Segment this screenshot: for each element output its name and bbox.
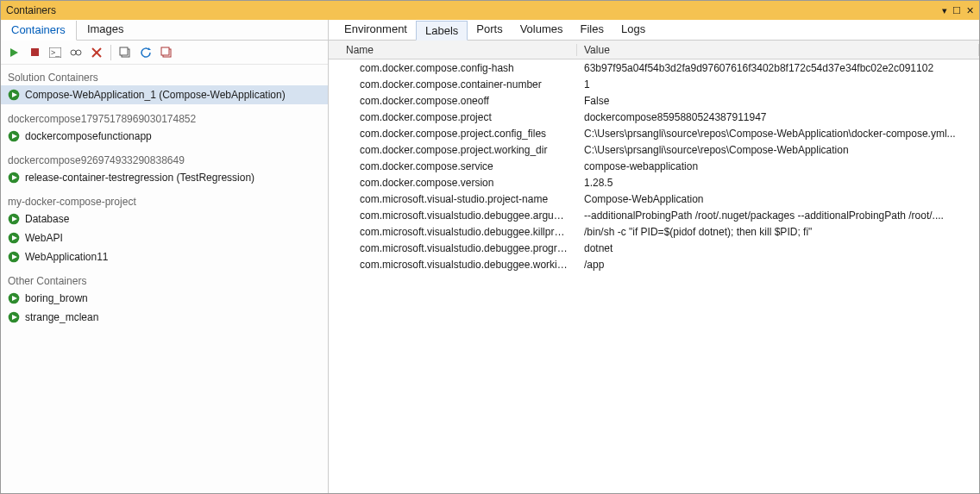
tab-ports[interactable]: Ports [468,20,511,40]
left-toolbar: >_ [1,41,328,65]
column-value[interactable]: Value [577,44,979,56]
container-label: WebAPI [25,232,63,244]
play-icon [8,311,20,323]
label-name: com.microsoft.visualstudio.debuggee.work… [329,259,577,271]
label-value: /app [577,259,979,271]
label-row[interactable]: com.docker.compose.oneoffFalse [329,92,979,109]
label-row[interactable]: com.microsoft.visualstudio.debuggee.work… [329,256,979,272]
svg-marker-10 [148,47,151,50]
label-row[interactable]: com.docker.compose.config-hash63b97f95a0… [329,59,979,76]
svg-rect-1 [31,48,39,56]
label-value: C:\Users\prsangli\source\repos\Compose-W… [577,144,979,156]
container-label: boring_brown [25,292,88,304]
label-name: com.docker.compose.oneoff [329,95,577,107]
tab-images[interactable]: Images [77,20,135,40]
container-label: strange_mclean [25,311,98,323]
container-label: release-container-testregression (TestRe… [25,172,254,184]
label-row[interactable]: com.docker.compose.projectdockercompose8… [329,109,979,125]
tab-files[interactable]: Files [572,20,612,40]
label-row[interactable]: com.docker.compose.container-number1 [329,76,979,92]
container-label: Database [25,213,69,225]
compose-button[interactable] [116,43,135,62]
label-value: Compose-WebApplication [577,193,979,205]
container-label: dockercomposefunctionapp [25,130,152,142]
group-header: dockercompose926974933290838649 [1,151,328,168]
maximize-icon[interactable]: ☐ [952,5,961,16]
label-value: C:\Users\prsangli\source\repos\Compose-W… [577,128,979,140]
tab-environment[interactable]: Environment [336,20,416,40]
right-panel: Environment Labels Ports Volumes Files L… [329,20,979,493]
label-row[interactable]: com.docker.compose.project.config_filesC… [329,125,979,141]
label-name: com.microsoft.visual-studio.project-name [329,193,577,205]
label-value: 63b97f95a04f54b3d2fa9d97607616f3402b8f17… [577,62,979,74]
play-icon [8,292,20,304]
svg-marker-0 [10,48,18,57]
container-item[interactable]: release-container-testregression (TestRe… [1,168,328,187]
container-label: Compose-WebApplication_1 (Compose-WebApp… [25,89,286,101]
label-value: False [577,95,979,107]
container-item[interactable]: dockercomposefunctionapp [1,127,328,146]
container-item[interactable]: WebAPI [1,228,328,247]
svg-point-5 [76,50,81,55]
svg-text:>_: >_ [51,48,60,57]
refresh-button[interactable] [136,43,155,62]
container-item[interactable]: strange_mclean [1,308,328,327]
container-tree[interactable]: Solution ContainersCompose-WebApplicatio… [1,65,328,493]
close-icon[interactable]: ✕ [966,5,974,16]
play-icon [8,130,20,142]
label-name: com.docker.compose.container-number [329,78,577,91]
container-item[interactable]: WebApplication11 [1,247,328,266]
label-name: com.microsoft.visualstudio.debuggee.argu… [329,209,577,222]
label-name: com.docker.compose.project.working_dir [329,144,577,156]
tab-containers[interactable]: Containers [1,21,77,41]
prune-button[interactable] [157,43,176,62]
container-item[interactable]: Database [1,209,328,228]
group-header: Other Containers [1,272,328,289]
label-name: com.docker.compose.version [329,177,577,189]
label-row[interactable]: com.microsoft.visualstudio.debuggee.kill… [329,223,979,240]
play-icon [8,172,20,184]
label-row[interactable]: com.microsoft.visualstudio.debuggee.argu… [329,207,979,223]
column-name[interactable]: Name [329,44,577,56]
left-panel: Containers Images >_ [1,20,329,493]
group-header: Solution Containers [1,68,328,85]
remove-button[interactable] [87,43,106,62]
svg-rect-9 [120,47,128,55]
terminal-button[interactable]: >_ [46,43,65,62]
label-value: dotnet [577,242,979,254]
attach-button[interactable] [66,43,85,62]
label-value: 1.28.5 [577,177,979,189]
label-name: com.microsoft.visualstudio.debuggee.prog… [329,242,577,254]
dropdown-icon[interactable]: ▾ [942,5,947,16]
label-value: 1 [577,78,979,91]
label-name: com.docker.compose.project [329,111,577,123]
label-row[interactable]: com.docker.compose.servicecompose-webapp… [329,158,979,174]
start-button[interactable] [4,43,23,62]
tab-logs[interactable]: Logs [612,20,654,40]
label-row[interactable]: com.microsoft.visualstudio.debuggee.prog… [329,240,979,256]
play-icon [8,251,20,263]
label-name: com.docker.compose.service [329,160,577,172]
tab-labels[interactable]: Labels [416,21,468,41]
label-value: dockercompose8595880524387911947 [577,111,979,123]
label-value: /bin/sh -c "if PID=$(pidof dotnet); then… [577,226,979,238]
label-value: compose-webapplication [577,160,979,172]
labels-grid: Name Value com.docker.compose.config-has… [329,41,979,493]
label-row[interactable]: com.docker.compose.project.working_dirC:… [329,141,979,158]
stop-button[interactable] [25,43,44,62]
label-name: com.microsoft.visualstudio.debuggee.kill… [329,226,577,238]
window-title: Containers [6,4,942,16]
label-value: --additionalProbingPath /root/.nuget/pac… [577,209,979,222]
label-row[interactable]: com.microsoft.visual-studio.project-name… [329,191,979,207]
container-item[interactable]: Compose-WebApplication_1 (Compose-WebApp… [1,85,328,104]
label-row[interactable]: com.docker.compose.version1.28.5 [329,174,979,191]
tab-volumes[interactable]: Volumes [512,20,572,40]
label-name: com.docker.compose.config-hash [329,62,577,74]
grid-header: Name Value [329,41,979,59]
svg-rect-12 [161,47,169,55]
container-item[interactable]: boring_brown [1,289,328,308]
play-icon [8,232,20,244]
container-label: WebApplication11 [25,251,109,263]
label-name: com.docker.compose.project.config_files [329,128,577,140]
title-bar: Containers ▾ ☐ ✕ [1,1,979,20]
